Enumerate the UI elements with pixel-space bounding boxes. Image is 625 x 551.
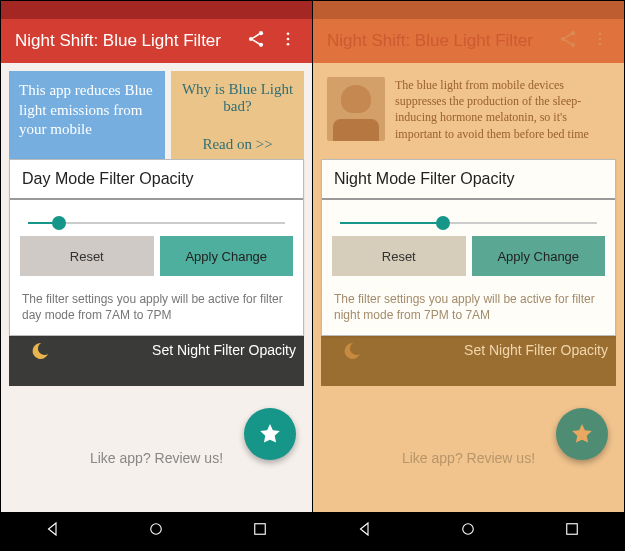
nav-back-icon[interactable] [44,520,62,542]
status-bar [313,1,624,19]
night-strip[interactable]: Set Night Filter Opacity [9,336,304,386]
nav-bar [313,512,624,550]
overflow-menu-icon[interactable] [272,30,304,53]
reset-button[interactable]: Reset [20,236,154,276]
nav-recent-icon[interactable] [251,520,269,542]
nav-home-icon[interactable] [459,520,477,542]
filter-panel: Day Mode Filter Opacity Reset Apply Chan… [9,159,304,336]
reset-button[interactable]: Reset [332,236,466,276]
info-text: The blue light from mobile devices suppr… [395,77,610,157]
app-title: Night Shift: Blue Light Filter [15,31,240,51]
svg-point-5 [287,42,290,45]
author-avatar [327,77,385,141]
nav-back-icon[interactable] [356,520,374,542]
info-card-blue: This app reduces Blue light emissions fr… [9,71,165,163]
status-bar [1,1,312,19]
fab-star[interactable] [556,408,608,460]
nav-home-icon[interactable] [147,520,165,542]
nav-recent-icon[interactable] [563,520,581,542]
filter-panel: Night Mode Filter Opacity Reset Apply Ch… [321,159,616,336]
moon-icon [339,340,363,364]
night-strip-label: Set Night Filter Opacity [464,342,608,358]
app-title: Night Shift: Blue Light Filter [327,31,552,51]
svg-point-4 [287,37,290,40]
opacity-slider[interactable] [322,200,615,236]
readon-link[interactable]: Read on >> [181,136,294,153]
svg-point-3 [287,32,290,35]
apply-button[interactable]: Apply Change [472,236,606,276]
svg-point-6 [151,524,162,535]
slider-thumb[interactable] [52,216,66,230]
moon-icon [27,340,51,364]
panel-title: Night Mode Filter Opacity [322,160,615,200]
night-strip[interactable]: Set Night Filter Opacity [321,336,616,386]
slider-thumb[interactable] [436,216,450,230]
svg-point-13 [599,42,602,45]
svg-rect-15 [567,524,578,535]
slider-fill [340,222,443,224]
app-bar: Night Shift: Blue Light Filter [1,19,312,63]
panel-title: Day Mode Filter Opacity [10,160,303,200]
nav-bar [1,512,312,550]
overflow-menu-icon[interactable] [584,30,616,53]
svg-point-14 [463,524,474,535]
panel-note: The filter settings you apply will be ac… [322,286,615,335]
apply-button[interactable]: Apply Change [160,236,294,276]
info-card-orange[interactable]: Why is Blue Light bad? Read on >> [171,71,304,163]
opacity-slider[interactable] [10,200,303,236]
share-icon[interactable] [240,29,272,54]
night-strip-label: Set Night Filter Opacity [152,342,296,358]
app-bar: Night Shift: Blue Light Filter [313,19,624,63]
svg-point-12 [599,37,602,40]
fab-star[interactable] [244,408,296,460]
card-question: Why is Blue Light bad? [181,81,294,115]
svg-rect-7 [255,524,266,535]
svg-point-11 [599,32,602,35]
share-icon[interactable] [552,29,584,54]
panel-note: The filter settings you apply will be ac… [10,286,303,335]
